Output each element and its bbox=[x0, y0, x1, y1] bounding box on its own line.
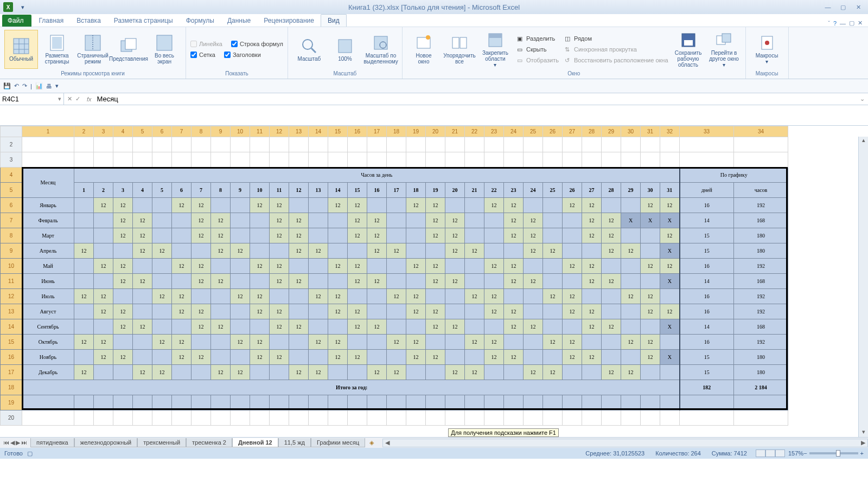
day-cell[interactable]: 12 bbox=[426, 213, 445, 228]
column-header[interactable]: 12 bbox=[270, 126, 289, 137]
cell[interactable] bbox=[211, 137, 231, 152]
day-cell[interactable] bbox=[74, 319, 94, 335]
cell[interactable] bbox=[680, 137, 734, 152]
scroll-up-icon[interactable]: ▴ bbox=[859, 137, 868, 145]
day-header[interactable]: 4 bbox=[133, 183, 152, 198]
day-cell[interactable]: 12 bbox=[582, 274, 602, 289]
cell[interactable] bbox=[660, 152, 680, 168]
cell[interactable] bbox=[484, 410, 504, 426]
day-cell[interactable]: 12 bbox=[113, 228, 133, 243]
day-cell[interactable]: 12 bbox=[660, 304, 680, 319]
scroll-right-icon[interactable]: ▶ bbox=[859, 439, 867, 446]
day-cell[interactable]: 12 bbox=[270, 198, 289, 213]
day-cell[interactable] bbox=[231, 213, 250, 228]
cell[interactable] bbox=[641, 137, 660, 152]
day-cell[interactable] bbox=[524, 259, 543, 274]
day-cell[interactable]: 12 bbox=[406, 198, 426, 213]
cell[interactable] bbox=[192, 395, 211, 410]
day-cell[interactable]: 12 bbox=[660, 198, 680, 213]
day-cell[interactable]: 12 bbox=[172, 350, 192, 365]
day-header[interactable]: 1 bbox=[74, 183, 94, 198]
day-cell[interactable]: 12 bbox=[504, 228, 524, 243]
cell[interactable] bbox=[445, 395, 465, 410]
day-cell[interactable]: 12 bbox=[250, 335, 270, 350]
cell[interactable] bbox=[152, 137, 172, 152]
cell[interactable] bbox=[524, 137, 543, 152]
view-normal-button[interactable]: Обычный bbox=[4, 30, 38, 69]
enter-icon[interactable]: ✓ bbox=[75, 95, 80, 102]
day-cell[interactable] bbox=[250, 243, 270, 259]
day-cell[interactable]: 12 bbox=[602, 213, 621, 228]
doc-restore-icon[interactable]: ▢ bbox=[849, 20, 854, 27]
fx-icon[interactable]: fx bbox=[84, 96, 95, 102]
cell[interactable] bbox=[289, 137, 309, 152]
cell[interactable] bbox=[641, 395, 660, 410]
day-cell[interactable] bbox=[387, 198, 406, 213]
day-cell[interactable]: 12 bbox=[328, 304, 348, 319]
day-cell[interactable]: 12 bbox=[289, 213, 309, 228]
column-header[interactable]: 8 bbox=[192, 126, 211, 137]
day-cell[interactable]: 12 bbox=[74, 365, 94, 380]
cell[interactable] bbox=[445, 137, 465, 152]
day-header[interactable]: 7 bbox=[192, 183, 211, 198]
day-cell[interactable] bbox=[152, 198, 172, 213]
day-cell[interactable] bbox=[231, 198, 250, 213]
day-cell[interactable]: 12 bbox=[192, 319, 211, 335]
cell[interactable] bbox=[113, 137, 133, 152]
day-cell[interactable]: 12 bbox=[133, 213, 152, 228]
arrange-all-button[interactable]: Упорядочить все bbox=[443, 30, 476, 69]
day-cell[interactable]: 12 bbox=[602, 274, 621, 289]
day-cell[interactable] bbox=[465, 304, 484, 319]
day-cell[interactable]: 12 bbox=[445, 274, 465, 289]
row-header[interactable]: 12 bbox=[1, 289, 22, 304]
cell[interactable] bbox=[133, 410, 152, 426]
day-cell[interactable]: 12 bbox=[543, 289, 563, 304]
day-cell[interactable] bbox=[406, 365, 426, 380]
expand-formula-icon[interactable]: ⌄ bbox=[857, 95, 868, 102]
day-cell[interactable]: 12 bbox=[602, 365, 621, 380]
day-cell[interactable]: 12 bbox=[465, 243, 484, 259]
day-cell[interactable]: 12 bbox=[152, 365, 172, 380]
cell[interactable] bbox=[426, 137, 445, 152]
day-cell[interactable]: X bbox=[660, 213, 680, 228]
day-cell[interactable]: 12 bbox=[192, 304, 211, 319]
day-cell[interactable] bbox=[367, 335, 387, 350]
cell[interactable] bbox=[582, 137, 602, 152]
split-button[interactable]: ▣Разделить bbox=[514, 34, 560, 43]
day-cell[interactable]: 12 bbox=[348, 304, 367, 319]
gridlines-checkbox[interactable]: Сетка bbox=[190, 52, 215, 58]
day-cell[interactable] bbox=[94, 274, 113, 289]
column-header[interactable]: 7 bbox=[172, 126, 192, 137]
day-cell[interactable] bbox=[524, 304, 543, 319]
day-cell[interactable] bbox=[641, 243, 660, 259]
day-cell[interactable] bbox=[621, 274, 641, 289]
cell[interactable] bbox=[309, 410, 328, 426]
cell[interactable] bbox=[426, 410, 445, 426]
cell[interactable] bbox=[172, 137, 192, 152]
day-cell[interactable] bbox=[387, 259, 406, 274]
day-cell[interactable]: 12 bbox=[94, 198, 113, 213]
cell[interactable] bbox=[602, 152, 621, 168]
day-cell[interactable]: 12 bbox=[270, 228, 289, 243]
day-cell[interactable]: 12 bbox=[426, 319, 445, 335]
day-cell[interactable]: 12 bbox=[543, 365, 563, 380]
day-cell[interactable]: 12 bbox=[192, 198, 211, 213]
day-cell[interactable]: 12 bbox=[133, 319, 152, 335]
day-cell[interactable]: 12 bbox=[524, 243, 543, 259]
month-days-total[interactable]: 15 bbox=[680, 350, 734, 365]
day-header[interactable]: 2 bbox=[94, 183, 113, 198]
day-cell[interactable] bbox=[543, 274, 563, 289]
day-cell[interactable]: 12 bbox=[270, 304, 289, 319]
row-header[interactable]: 14 bbox=[1, 319, 22, 335]
cell[interactable] bbox=[328, 395, 348, 410]
day-cell[interactable]: 12 bbox=[250, 350, 270, 365]
column-header[interactable]: 30 bbox=[621, 126, 641, 137]
column-header[interactable]: 19 bbox=[406, 126, 426, 137]
day-cell[interactable]: 12 bbox=[133, 274, 152, 289]
row-header[interactable]: 13 bbox=[1, 304, 22, 319]
day-cell[interactable] bbox=[387, 304, 406, 319]
day-cell[interactable]: 12 bbox=[445, 365, 465, 380]
day-cell[interactable]: 12 bbox=[211, 228, 231, 243]
cell[interactable] bbox=[563, 395, 582, 410]
day-cell[interactable] bbox=[289, 198, 309, 213]
